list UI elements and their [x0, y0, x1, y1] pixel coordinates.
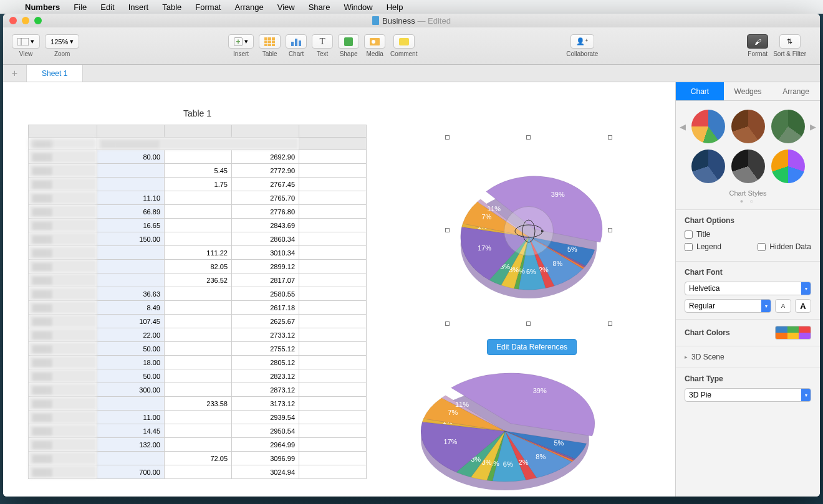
- menu-file[interactable]: File: [74, 2, 87, 12]
- table-row[interactable]: ████700.003024.94: [29, 465, 367, 479]
- view-label: View: [19, 50, 33, 57]
- hidden-data-checkbox[interactable]: [758, 243, 766, 251]
- table-button[interactable]: [259, 34, 281, 49]
- inspector-tab-chart[interactable]: Chart: [676, 82, 724, 101]
- chart-style-3[interactable]: [771, 110, 805, 143]
- table-row[interactable]: ████18.002805.12: [29, 356, 367, 369]
- insert-button[interactable]: + ▾: [228, 34, 254, 49]
- resize-handle[interactable]: [445, 228, 450, 232]
- resize-handle[interactable]: [608, 228, 612, 232]
- table-row[interactable]: ████236.522817.07: [29, 273, 367, 287]
- table-row[interactable]: ████80.002692.90: [29, 150, 367, 164]
- text-button[interactable]: T: [312, 34, 333, 49]
- menu-share[interactable]: Share: [309, 2, 330, 12]
- menu-format[interactable]: Format: [195, 2, 221, 12]
- sort-icon: ⇅: [787, 37, 792, 45]
- table-row[interactable]: ████5.452772.90: [29, 164, 367, 178]
- resize-handle[interactable]: [526, 135, 531, 140]
- table-row[interactable]: ████36.632580.55: [29, 287, 367, 301]
- zoom-select[interactable]: 125% ▾: [45, 34, 79, 49]
- menu-insert[interactable]: Insert: [128, 2, 149, 12]
- menu-help[interactable]: Help: [387, 2, 403, 12]
- inspector-tab-arrange[interactable]: Arrange: [772, 82, 820, 101]
- table-row[interactable]: ████107.452625.67: [29, 315, 367, 328]
- add-sheet-button[interactable]: +: [3, 65, 27, 82]
- table-row[interactable]: ████11.102765.70: [29, 191, 367, 205]
- collaborate-button[interactable]: 👤⁺: [570, 34, 594, 49]
- table-row[interactable]: ████72.053096.99: [29, 452, 367, 465]
- table-row[interactable]: ████150.002860.34: [29, 232, 367, 246]
- inspector-tab-wedges[interactable]: Wedges: [724, 82, 772, 101]
- shape-button[interactable]: [338, 34, 359, 49]
- svg-text:8%: 8%: [536, 453, 546, 460]
- font-family-select[interactable]: Helvetica▾: [685, 282, 811, 295]
- resize-handle[interactable]: [445, 321, 450, 326]
- table-row[interactable]: ████16.652843.69: [29, 219, 367, 232]
- font-style-select[interactable]: Regular▾: [685, 299, 771, 313]
- canvas[interactable]: Table 1 ████████████████ ████80.002692.9…: [3, 82, 675, 497]
- chart-style-2[interactable]: [731, 110, 765, 143]
- resize-handle[interactable]: [526, 321, 531, 326]
- edit-data-references-button[interactable]: Edit Data References: [487, 339, 577, 355]
- resize-handle[interactable]: [445, 135, 450, 140]
- chart-button[interactable]: [286, 34, 307, 49]
- view-button[interactable]: ▾: [12, 34, 40, 49]
- chart-font-heading: Chart Font: [685, 268, 811, 277]
- font-smaller-button[interactable]: A: [775, 299, 791, 313]
- menu-view[interactable]: View: [277, 2, 295, 12]
- styles-next[interactable]: ▶: [810, 122, 816, 131]
- table-row[interactable]: ████1.752767.45: [29, 178, 367, 191]
- table-row[interactable]: ████50.002823.12: [29, 369, 367, 383]
- menu-edit[interactable]: Edit: [100, 2, 114, 12]
- styles-prev[interactable]: ◀: [680, 122, 686, 131]
- pie-chart-2[interactable]: 39%5%8%2%6%1%3%3%17%1%7%11%: [402, 356, 602, 497]
- media-icon: [370, 38, 380, 45]
- menu-arrange[interactable]: Arrange: [234, 2, 263, 12]
- format-button[interactable]: 🖌: [747, 34, 768, 49]
- table-row[interactable]: ████50.002755.12: [29, 342, 367, 356]
- table-row[interactable]: ████111.223010.34: [29, 246, 367, 260]
- pie-chart-1[interactable]: 39%5%8%2%6%1%3%3%17%1%7%11%: [447, 137, 610, 324]
- document-title: Business: [382, 16, 415, 26]
- resize-handle[interactable]: [608, 321, 612, 326]
- table-row[interactable]: ████66.892776.80: [29, 205, 367, 219]
- table-row[interactable]: ████8.492617.18: [29, 301, 367, 315]
- chart-style-6[interactable]: [771, 150, 805, 183]
- table-row[interactable]: ████82.052899.12: [29, 260, 367, 273]
- svg-text:11%: 11%: [455, 401, 469, 408]
- svg-text:5%: 5%: [554, 439, 564, 447]
- styles-pager[interactable]: ● ○: [676, 198, 820, 204]
- minimize-button[interactable]: [22, 17, 29, 24]
- comment-button[interactable]: [393, 34, 415, 49]
- table-row[interactable]: ████14.452950.54: [29, 424, 367, 438]
- chart-style-4[interactable]: [691, 150, 725, 183]
- chart-colors-picker[interactable]: [775, 326, 811, 340]
- table-1[interactable]: Table 1 ████████████████ ████80.002692.9…: [28, 108, 367, 479]
- chart-type-select[interactable]: 3D Pie▾: [685, 388, 811, 402]
- chart-style-1[interactable]: [691, 110, 725, 143]
- menu-window[interactable]: Window: [344, 2, 372, 12]
- 3d-scene-disclosure[interactable]: 3D Scene: [685, 353, 811, 361]
- close-button[interactable]: [9, 17, 17, 24]
- legend-checkbox[interactable]: [685, 243, 693, 251]
- document-icon: [372, 16, 379, 25]
- table-row[interactable]: ████300.002873.12: [29, 383, 367, 397]
- chart-colors-heading: Chart Colors: [685, 328, 730, 337]
- title-checkbox[interactable]: [685, 231, 693, 239]
- resize-handle[interactable]: [608, 135, 612, 140]
- media-button[interactable]: [364, 34, 385, 49]
- rotate-gizmo[interactable]: [504, 206, 554, 256]
- sort-filter-button[interactable]: ⇅: [779, 34, 801, 49]
- document-window: Business — Edited ▾ View 125% ▾ Zoom + ▾…: [3, 14, 820, 497]
- table-row[interactable]: ████22.002733.12: [29, 328, 367, 342]
- table-row[interactable]: ████11.002939.54: [29, 411, 367, 424]
- chart-style-5[interactable]: [731, 150, 765, 183]
- table-row[interactable]: ████233.583173.12: [29, 397, 367, 411]
- font-larger-button[interactable]: A: [795, 299, 811, 313]
- shape-icon: [344, 37, 353, 46]
- app-menu[interactable]: Numbers: [25, 2, 60, 12]
- table-row[interactable]: ████132.002964.99: [29, 438, 367, 452]
- menu-table[interactable]: Table: [162, 2, 181, 12]
- zoom-button[interactable]: [34, 17, 42, 24]
- sheet-tab-1[interactable]: Sheet 1: [27, 65, 83, 82]
